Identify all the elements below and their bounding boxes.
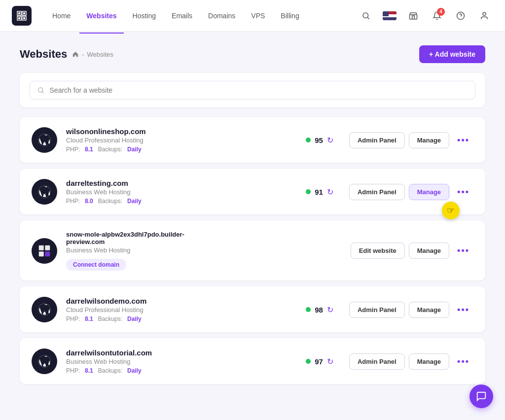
site-hosting-2: Business Web Hosting xyxy=(66,188,306,196)
wordpress-icon xyxy=(37,133,52,147)
nav-websites[interactable]: Websites xyxy=(79,8,123,24)
php-label: PHP: xyxy=(66,146,80,153)
refresh-icon-4[interactable]: ↻ xyxy=(327,305,333,315)
backup-val-4: Daily xyxy=(127,315,142,322)
site-hosting-5: Business Web Hosting xyxy=(66,358,306,365)
admin-panel-button-4[interactable]: Admin Panel xyxy=(349,302,405,318)
search-container xyxy=(20,73,485,107)
backup-label: Backups: xyxy=(98,198,122,205)
nav-home[interactable]: Home xyxy=(45,8,77,24)
site-logo-5 xyxy=(32,349,57,374)
nav-emails[interactable]: Emails xyxy=(165,8,199,24)
score-number-1: 95 xyxy=(315,136,323,144)
site-logo-1 xyxy=(32,127,57,153)
page-header-left: Websites - Websites xyxy=(20,48,113,61)
backup-label: Backups: xyxy=(98,315,122,322)
backup-label: Backups: xyxy=(98,367,122,374)
site-name-2: darreltesting.com xyxy=(66,179,306,187)
nav-billing[interactable]: Billing xyxy=(274,8,306,24)
site-info-1: wilsononlineshop.com Cloud Professional … xyxy=(66,127,306,153)
logo[interactable] xyxy=(12,6,32,26)
svg-point-0 xyxy=(363,13,368,18)
php-label: PHP: xyxy=(66,367,80,374)
builder-icon xyxy=(37,244,52,258)
site-actions-3: Edit website Manage ••• xyxy=(351,243,473,259)
php-label: PHP: xyxy=(66,198,80,205)
php-version-5: 8.1 xyxy=(85,367,93,374)
site-score-2: 91 ↻ xyxy=(306,187,333,197)
more-options-button-1[interactable]: ••• xyxy=(453,132,473,148)
svg-rect-10 xyxy=(39,251,44,256)
site-logo-4 xyxy=(32,297,57,322)
add-website-button[interactable]: + Add website xyxy=(419,45,485,63)
site-name-3: snow-mole-alpbw2ex3dhl7pdo.builder-previ… xyxy=(66,231,208,245)
nav-domains[interactable]: Domains xyxy=(201,8,242,24)
breadcrumb: - Websites xyxy=(72,51,113,58)
score-dot-2 xyxy=(306,189,311,194)
php-version-2: 8.0 xyxy=(85,198,93,205)
notifications-button[interactable]: 4 xyxy=(428,7,446,25)
more-options-button-3[interactable]: ••• xyxy=(453,243,473,259)
site-actions-4: Admin Panel Manage ••• xyxy=(349,302,473,318)
site-hosting-3: Business Web Hosting xyxy=(66,246,208,254)
website-list: wilsononlineshop.com Cloud Professional … xyxy=(20,117,485,390)
score-dot-4 xyxy=(306,307,311,312)
website-card: darrelwilsondemo.com Cloud Professional … xyxy=(20,286,485,332)
more-options-button-4[interactable]: ••• xyxy=(453,302,473,318)
user-icon xyxy=(480,11,489,20)
nav-actions: 4 xyxy=(357,7,493,25)
refresh-icon-1[interactable]: ↻ xyxy=(327,136,333,145)
site-hosting-4: Cloud Professional Hosting xyxy=(66,306,306,314)
search-input[interactable] xyxy=(50,86,468,94)
search-icon xyxy=(37,86,45,94)
admin-panel-button-5[interactable]: Admin Panel xyxy=(349,353,405,370)
help-button[interactable] xyxy=(452,7,469,25)
site-info-4: darrelwilsondemo.com Cloud Professional … xyxy=(66,297,306,322)
backup-val-1: Daily xyxy=(127,146,142,153)
wordpress-icon xyxy=(37,184,52,199)
search-icon xyxy=(361,11,370,20)
backup-val-5: Daily xyxy=(127,367,142,374)
site-info-5: darrelwilsontutorial.com Business Web Ho… xyxy=(66,349,306,374)
score-number-4: 98 xyxy=(315,306,323,314)
svg-point-5 xyxy=(38,88,43,92)
backup-label: Backups: xyxy=(98,146,122,153)
connect-domain-button[interactable]: Connect domain xyxy=(66,259,126,271)
more-options-button-2[interactable]: ••• xyxy=(453,184,473,200)
notification-count: 4 xyxy=(437,8,445,16)
php-version-1: 8.1 xyxy=(85,146,93,153)
svg-rect-8 xyxy=(39,245,44,250)
site-meta-2: PHP: 8.0 Backups: Daily xyxy=(66,198,306,205)
user-button[interactable] xyxy=(475,7,493,25)
site-score-4: 98 ↻ xyxy=(306,305,333,315)
search-button[interactable] xyxy=(357,7,375,25)
score-number-5: 97 xyxy=(315,357,323,366)
us-flag-icon xyxy=(383,11,397,20)
manage-button-5[interactable]: Manage xyxy=(409,353,449,370)
refresh-icon-2[interactable]: ↻ xyxy=(327,187,333,197)
page-title: Websites xyxy=(20,48,67,61)
admin-panel-button-2[interactable]: Admin Panel xyxy=(349,184,405,200)
site-logo-2 xyxy=(32,179,57,205)
nav-hosting[interactable]: Hosting xyxy=(126,8,163,24)
score-number-2: 91 xyxy=(315,188,323,196)
admin-panel-button-1[interactable]: Admin Panel xyxy=(349,132,405,148)
svg-rect-11 xyxy=(45,251,50,256)
edit-website-button[interactable]: Edit website xyxy=(351,243,405,259)
flag-button[interactable] xyxy=(381,7,398,25)
search-input-wrapper xyxy=(30,81,475,100)
manage-button-2[interactable]: Manage xyxy=(409,184,449,200)
chat-icon xyxy=(476,391,487,402)
nav-vps[interactable]: VPS xyxy=(244,8,272,24)
site-hosting-1: Cloud Professional Hosting xyxy=(66,137,306,144)
breadcrumb-current: Websites xyxy=(87,51,113,58)
site-meta-4: PHP: 8.1 Backups: Daily xyxy=(66,315,306,322)
site-score-5: 97 ↻ xyxy=(306,357,333,366)
site-actions-2: Admin Panel Manage ••• xyxy=(349,184,473,200)
manage-button-4[interactable]: Manage xyxy=(409,302,449,318)
store-button[interactable] xyxy=(404,7,422,25)
manage-button-3[interactable]: Manage xyxy=(409,243,449,259)
refresh-icon-5[interactable]: ↻ xyxy=(327,357,333,366)
more-options-button-5[interactable]: ••• xyxy=(453,353,473,370)
manage-button-1[interactable]: Manage xyxy=(409,132,449,148)
